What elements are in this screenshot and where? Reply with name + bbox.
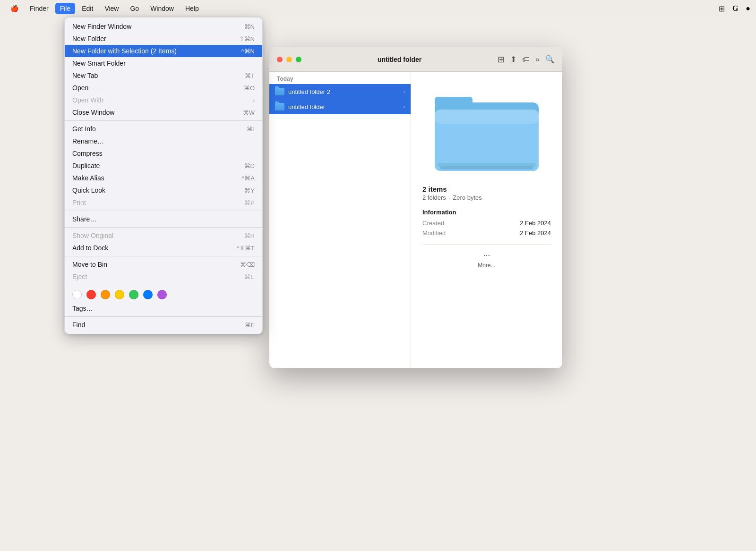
menu-arrow: › [253,97,255,104]
chevron-right-icon: › [404,104,405,110]
menu-separator [65,256,262,256]
help-menu[interactable]: Help [180,3,204,14]
control-center-icon[interactable]: ⊞ [719,4,725,13]
menu-shortcut: ^⌘N [241,48,255,55]
color-dot-yellow[interactable] [115,290,124,299]
item-sub: 2 folders – Zero bytes [422,194,551,201]
menu-item-make-alias[interactable]: Make Alias ^⌘A [65,172,262,184]
more-dots-icon: ··· [483,250,490,260]
menu-item-rename[interactable]: Rename… [65,135,262,147]
chevron-right-icon: › [404,89,405,94]
menu-shortcut: ⌘F [245,322,255,329]
share-icon[interactable]: ⬆ [510,55,516,64]
edit-menu[interactable]: Edit [77,3,98,14]
more-label: More... [478,262,495,269]
menu-item-new-folder-selection[interactable]: New Folder with Selection (2 Items) ^⌘N [65,45,262,57]
created-value: 2 Feb 2024 [520,220,551,227]
view-menu[interactable]: View [100,3,123,14]
menu-item-eject[interactable]: Eject ⌘E [65,271,262,283]
list-item[interactable]: untitled folder › [269,99,411,114]
color-dot-blue[interactable] [143,290,153,299]
menu-item-tags[interactable]: Tags… [65,302,262,314]
menu-item-new-tab[interactable]: New Tab ⌘T [65,69,262,82]
finder-window: untitled folder ⊞ ⬆ 🏷 » 🔍 Today untitled… [269,47,562,368]
menu-item-find[interactable]: Find ⌘F [65,319,262,331]
menu-item-new-folder[interactable]: New Folder ⇧⌘N [65,33,262,45]
menu-label: Eject [72,273,87,280]
date-header: Today [269,72,411,84]
created-row: Created 2 Feb 2024 [422,220,551,227]
svg-rect-1 [435,97,472,106]
menu-label: Make Alias [72,174,104,182]
menu-label: Close Window [72,109,114,116]
minimize-button[interactable] [286,57,292,62]
menu-item-get-info[interactable]: Get Info ⌘I [65,123,262,135]
menu-label: Tags… [72,305,93,312]
menu-item-share[interactable]: Share… [65,213,262,225]
menu-shortcut: ⌘O [244,85,255,92]
color-dot-none[interactable] [72,290,82,299]
menu-item-quick-look[interactable]: Quick Look ⌘Y [65,184,262,196]
menu-label: Open [72,84,88,92]
menu-separator [65,211,262,211]
more-button[interactable]: ··· More... [422,244,551,269]
finder-menu[interactable]: Finder [25,3,53,14]
window-menu[interactable]: Window [146,3,179,14]
menu-shortcut: ⇧⌘N [239,35,255,42]
menu-shortcut: ⌘⌫ [240,261,255,268]
maximize-button[interactable] [296,57,301,62]
close-button[interactable] [277,57,283,62]
menu-item-duplicate[interactable]: Duplicate ⌘D [65,160,262,172]
menu-shortcut: ⌘I [247,126,255,133]
color-dot-red[interactable] [86,290,96,299]
wifi-icon[interactable]: ● [746,4,750,13]
menu-item-new-finder-window[interactable]: New Finder Window ⌘N [65,20,262,33]
file-menu[interactable]: File [55,3,76,14]
large-folder-icon [430,84,543,173]
finder-toolbar: untitled folder ⊞ ⬆ 🏷 » 🔍 [269,47,562,72]
file-list-panel: Today untitled folder 2 › untitled folde… [269,72,411,368]
color-dot-green[interactable] [129,290,138,299]
menu-shortcut: ^⇧⌘T [237,245,255,252]
menu-item-compress[interactable]: Compress [65,147,262,160]
grammarly-icon[interactable]: G [732,4,738,13]
color-dots-row [65,287,262,302]
menu-label: Show Original [72,232,113,239]
color-dot-orange[interactable] [101,290,110,299]
menu-shortcut: ⌘N [244,23,255,30]
menu-shortcut: ⌘Y [244,187,255,194]
menu-separator [65,285,262,285]
menu-shortcut: ⌘P [244,199,255,206]
modified-label: Modified [422,229,446,237]
file-name: untitled folder 2 [288,88,400,95]
modified-value: 2 Feb 2024 [520,229,551,237]
file-menu-dropdown: New Finder Window ⌘N New Folder ⇧⌘N New … [64,17,263,334]
menubar-right: ⊞ G ● [719,4,750,13]
svg-rect-3 [435,110,539,124]
menu-item-open-with[interactable]: Open With › [65,94,262,106]
menu-shortcut: ⌘D [244,162,255,170]
menu-label: Share… [72,215,96,223]
preview-panel: 2 items 2 folders – Zero bytes Informati… [411,72,562,368]
menu-item-move-to-bin[interactable]: Move to Bin ⌘⌫ [65,258,262,271]
color-dot-purple[interactable] [157,290,167,299]
menu-item-add-to-dock[interactable]: Add to Dock ^⇧⌘T [65,242,262,254]
menu-item-new-smart-folder[interactable]: New Smart Folder [65,57,262,69]
tag-icon[interactable]: 🏷 [522,55,530,64]
menu-item-open[interactable]: Open ⌘O [65,82,262,94]
window-title: untitled folder [305,56,494,63]
apple-menu[interactable]: 🍎 [6,3,23,14]
menu-shortcut: ⌘W [243,109,255,116]
menu-item-close-window[interactable]: Close Window ⌘W [65,106,262,119]
search-icon[interactable]: 🔍 [545,55,555,64]
menu-item-print[interactable]: Print ⌘P [65,196,262,209]
menu-item-show-original[interactable]: Show Original ⌘R [65,229,262,242]
column-view-icon[interactable]: ⊞ [498,54,505,65]
folder-icon [275,103,284,110]
go-menu[interactable]: Go [125,3,144,14]
modified-row: Modified 2 Feb 2024 [422,229,551,237]
menu-label: New Smart Folder [72,59,126,67]
more-icon[interactable]: » [535,55,540,64]
list-item[interactable]: untitled folder 2 › [269,84,411,99]
toolbar-icons: ⊞ ⬆ 🏷 » 🔍 [498,54,555,65]
